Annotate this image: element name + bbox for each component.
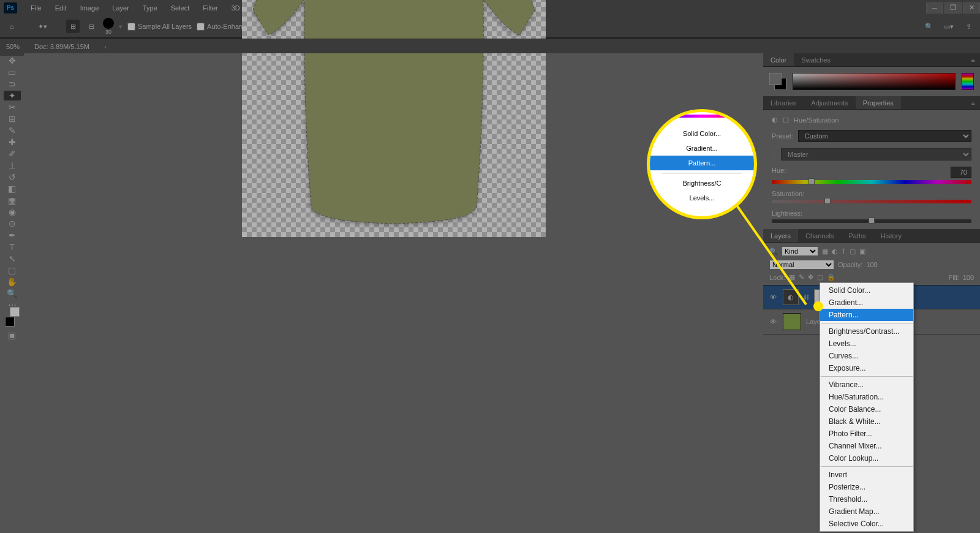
preset-dropdown[interactable]: Custom: [798, 130, 971, 142]
shape-tool[interactable]: ▢: [4, 265, 21, 275]
pen-tool[interactable]: ✒: [4, 230, 21, 240]
fg-bg-selector[interactable]: [769, 73, 786, 90]
visibility-icon[interactable]: 👁: [768, 318, 778, 325]
history-brush-tool[interactable]: ↺: [4, 172, 21, 182]
search-icon[interactable]: 🔍: [922, 20, 936, 33]
hand-tool[interactable]: ✋: [4, 277, 21, 287]
tab-properties[interactable]: Properties: [856, 96, 901, 109]
context-menu-item[interactable]: Hue/Saturation...: [820, 391, 913, 403]
sample-all-layers-checkbox[interactable]: Sample All Layers: [127, 23, 192, 31]
fill-value[interactable]: 100: [963, 274, 974, 281]
hue-slider-track[interactable]: [772, 180, 971, 184]
context-menu-item[interactable]: Threshold...: [820, 493, 913, 505]
quick-select-tool[interactable]: ✦: [4, 91, 21, 100]
hue-slider[interactable]: [962, 73, 974, 90]
filter-shape-icon[interactable]: ▢: [850, 248, 856, 255]
home-icon[interactable]: ⌂: [5, 20, 18, 33]
blur-tool[interactable]: ◉: [4, 207, 21, 217]
filter-type-icon[interactable]: T: [842, 248, 846, 255]
lock-position-icon[interactable]: ✎: [799, 273, 804, 281]
tab-color[interactable]: Color: [763, 53, 794, 66]
context-menu-item[interactable]: Pattern...: [820, 309, 913, 321]
hue-input[interactable]: [951, 167, 971, 178]
quick-select-icon[interactable]: ✦▾: [36, 20, 49, 33]
tab-swatches[interactable]: Swatches: [794, 53, 838, 66]
context-menu-item[interactable]: Color Balance...: [820, 403, 913, 415]
tab-history[interactable]: History: [873, 229, 909, 242]
frame-tool[interactable]: ⊞: [4, 114, 21, 124]
layer-filter-dropdown[interactable]: Kind: [782, 246, 818, 256]
context-menu-item[interactable]: Selective Color...: [820, 518, 913, 530]
panel-menu-icon[interactable]: ≡: [967, 54, 980, 66]
eyedropper-tool[interactable]: ✎: [4, 126, 21, 135]
document-canvas[interactable]: [242, 0, 546, 237]
doc-info[interactable]: Doc: 3.89M/5.15M: [34, 43, 89, 50]
eraser-tool[interactable]: ◧: [4, 184, 21, 194]
context-menu-item[interactable]: Solid Color...: [820, 284, 913, 297]
lock-all-icon[interactable]: 🔒: [827, 273, 835, 281]
minimize-button[interactable]: ─: [926, 2, 943, 13]
brush-tool[interactable]: ✐: [4, 149, 21, 159]
saturation-slider-track[interactable]: [772, 200, 971, 203]
lightness-slider-track[interactable]: [772, 219, 971, 223]
context-menu-item[interactable]: Vibrance...: [820, 379, 913, 391]
menu-select[interactable]: Select: [165, 2, 196, 14]
target-hand-icon[interactable]: ☟: [772, 151, 776, 159]
context-menu-item[interactable]: Black & White...: [820, 415, 913, 428]
marquee-tool[interactable]: ▭: [4, 67, 21, 77]
filter-image-icon[interactable]: ▦: [822, 248, 828, 255]
type-tool[interactable]: T: [4, 242, 21, 252]
lock-artboard-icon[interactable]: ▢: [817, 273, 823, 281]
context-menu-item[interactable]: Brightness/Contrast...: [820, 325, 913, 338]
screenmode-tool[interactable]: ▣: [4, 330, 21, 340]
menu-file[interactable]: File: [24, 2, 48, 14]
menu-edit[interactable]: Edit: [49, 2, 73, 14]
subtract-selection-icon[interactable]: ⊟: [85, 20, 98, 33]
menu-layer[interactable]: Layer: [106, 2, 135, 14]
context-menu-item[interactable]: Posterize...: [820, 481, 913, 493]
dodge-tool[interactable]: ⊙: [4, 219, 21, 229]
context-menu-item[interactable]: Gradient...: [820, 297, 913, 309]
tab-channels[interactable]: Channels: [798, 229, 841, 242]
context-menu-item[interactable]: Exposure...: [820, 362, 913, 374]
color-field[interactable]: [793, 73, 956, 90]
context-menu-item[interactable]: Curves...: [820, 350, 913, 362]
tab-layers[interactable]: Layers: [763, 229, 798, 242]
opacity-value[interactable]: 100: [866, 261, 877, 268]
context-menu-item[interactable]: Color Lookup...: [820, 452, 913, 464]
menu-type[interactable]: Type: [137, 2, 164, 14]
foreground-swatch[interactable]: [5, 317, 15, 327]
target-dropdown[interactable]: Master: [781, 148, 971, 161]
crop-tool[interactable]: ✂: [4, 102, 21, 112]
zoom-tool[interactable]: 🔍: [4, 289, 21, 298]
zoom-level[interactable]: 50%: [6, 43, 20, 50]
workspace-icon[interactable]: ▭▾: [942, 20, 956, 33]
menu-filter[interactable]: Filter: [197, 2, 224, 14]
visibility-icon[interactable]: 👁: [768, 293, 778, 301]
brush-preview-icon[interactable]: [103, 18, 114, 29]
gradient-tool[interactable]: ▦: [4, 195, 21, 205]
lasso-tool[interactable]: ⊃: [4, 79, 21, 89]
share-icon[interactable]: ⇪: [962, 20, 975, 33]
filter-adjust-icon[interactable]: ◐: [832, 248, 838, 255]
doc-info-caret-icon[interactable]: ›: [104, 43, 107, 50]
healing-tool[interactable]: ✚: [4, 137, 21, 147]
lock-move-icon[interactable]: ✥: [808, 273, 813, 281]
context-menu-item[interactable]: Channel Mixer...: [820, 440, 913, 452]
filter-smart-icon[interactable]: ▣: [859, 248, 865, 255]
move-tool[interactable]: ✥: [4, 56, 21, 66]
menu-image[interactable]: Image: [74, 2, 105, 14]
maximize-button[interactable]: ❐: [944, 2, 962, 13]
background-swatch[interactable]: [10, 307, 20, 317]
path-select-tool[interactable]: ↖: [4, 254, 21, 263]
panel-menu-icon[interactable]: ≡: [967, 97, 980, 109]
add-selection-icon[interactable]: ⊞: [66, 20, 80, 33]
context-menu-item[interactable]: Gradient Map...: [820, 505, 913, 518]
stamp-tool[interactable]: ⊥: [4, 161, 21, 170]
context-menu-item[interactable]: Photo Filter...: [820, 428, 913, 440]
close-button[interactable]: ✕: [963, 2, 980, 13]
context-menu-item[interactable]: Levels...: [820, 338, 913, 350]
context-menu-item[interactable]: Invert: [820, 469, 913, 481]
tab-libraries[interactable]: Libraries: [763, 96, 804, 109]
tab-adjustments[interactable]: Adjustments: [804, 96, 856, 109]
